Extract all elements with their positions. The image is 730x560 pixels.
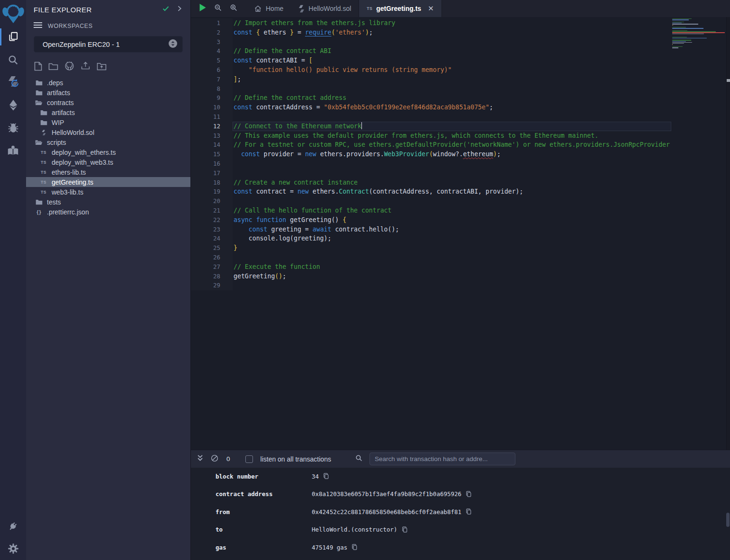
tab-home[interactable]: Home <box>246 0 291 17</box>
code-line[interactable]: 15 const provider = new ethers.providers… <box>191 150 671 159</box>
sidebar-item-settings[interactable] <box>0 537 26 560</box>
code-line[interactable]: 12// Connect to the Ethereum network <box>191 122 671 131</box>
minimap-line <box>672 46 683 47</box>
folder-icon <box>34 80 44 86</box>
minimap-line <box>672 37 687 37</box>
copy-icon[interactable] <box>351 544 358 551</box>
editor-scrollbar[interactable] <box>726 17 730 450</box>
tree-item-artifacts[interactable]: artifacts <box>26 107 190 117</box>
upload-file-icon[interactable] <box>81 61 90 73</box>
sidebar-item-solidity-compiler[interactable] <box>0 71 26 94</box>
tab-getgreeting-ts[interactable]: TS getGreeting.ts ✕ <box>359 0 442 17</box>
close-tab-icon[interactable]: ✕ <box>428 4 434 13</box>
code-line[interactable]: 21// Call the hello function of the cont… <box>191 206 671 215</box>
run-script-button[interactable] <box>198 3 207 14</box>
code-line[interactable]: 27// Execute the function <box>191 262 671 272</box>
code-editor[interactable]: 1// Import ethers from the ethers.js lib… <box>191 17 730 450</box>
listen-transactions-checkbox[interactable] <box>245 455 253 463</box>
tree-item-deploy-with-web3-ts[interactable]: TSdeploy_with_web3.ts <box>26 157 190 167</box>
line-number: 20 <box>191 196 233 206</box>
tree-item-deploy-with-ethers-ts[interactable]: TSdeploy_with_ethers.ts <box>26 147 190 157</box>
code-line[interactable]: 23 const greeting = await contract.hello… <box>191 225 671 234</box>
terminal-search-input[interactable] <box>370 453 515 465</box>
learn-book-icon <box>7 144 19 157</box>
clear-console-icon[interactable] <box>210 454 219 464</box>
tree-item-helloworld-sol[interactable]: HelloWorld.sol <box>26 127 190 137</box>
tree-item-tests[interactable]: tests <box>26 197 190 207</box>
code-line[interactable]: 19const contract = new ethers.Contract(c… <box>191 187 671 196</box>
chevron-right-icon[interactable] <box>176 5 183 14</box>
code-line[interactable]: 7]; <box>191 75 671 84</box>
ts-icon: TS <box>38 180 49 185</box>
code-line[interactable]: 14// For a testnet or custom RPC, use et… <box>191 140 671 150</box>
tx-detail-row: from0x42452c22c88178685850e68beb6cf0f2ae… <box>191 507 730 516</box>
sidebar-item-search[interactable] <box>0 48 26 71</box>
line-number: 9 <box>191 93 233 103</box>
terminal-scrollbar-thumb[interactable] <box>726 513 730 527</box>
code-line[interactable]: 5const contractABI = [ <box>191 56 671 65</box>
line-number: 19 <box>191 187 233 196</box>
new-file-icon[interactable] <box>34 62 42 73</box>
code-line[interactable]: 8 <box>191 84 671 94</box>
zoom-in-icon[interactable] <box>229 3 238 14</box>
hamburger-menu-icon[interactable] <box>34 22 42 30</box>
code-line[interactable]: 6 "function hello() public view returns … <box>191 65 671 75</box>
code-line[interactable]: 25} <box>191 243 671 253</box>
code-line[interactable]: 3 <box>191 37 671 47</box>
tree-item-contracts[interactable]: contracts <box>26 98 190 107</box>
tree-item-wip[interactable]: WIP <box>26 117 190 127</box>
ts-icon: TS <box>38 170 49 175</box>
zoom-out-icon[interactable] <box>214 3 222 14</box>
tab-helloworld-sol[interactable]: HelloWorld.sol <box>291 0 359 17</box>
code-line[interactable]: 13// This example uses the default provi… <box>191 131 671 141</box>
code-line[interactable]: 22async function getGreeting() { <box>191 215 671 225</box>
workspace-select[interactable]: OpenZeppelin ERC20 - 1 <box>34 36 183 53</box>
file-explorer-panel: FILE EXPLORER WORKSPACES OpenZeppelin ER… <box>26 0 191 560</box>
new-folder-icon[interactable] <box>48 62 58 72</box>
code-line[interactable]: 9// Define the contract address <box>191 93 671 103</box>
github-icon[interactable] <box>64 61 74 73</box>
code-line[interactable]: 20 <box>191 196 671 206</box>
bug-icon <box>7 122 19 134</box>
tree-item-web3-lib-ts[interactable]: TSweb3-lib.ts <box>26 187 190 197</box>
ts-icon: TS <box>38 190 49 195</box>
tx-detail-row: toHelloWorld.(constructor) <box>191 525 730 534</box>
main-area: Home HelloWorld.sol TS getGreeting.ts ✕ … <box>191 0 730 560</box>
sidebar-item-debugger[interactable] <box>0 116 26 139</box>
sidebar-item-learneth[interactable] <box>0 139 26 162</box>
file-name: artifacts <box>52 109 75 116</box>
minimap-line <box>672 32 725 33</box>
code-line[interactable]: 18// Create a new contract instance <box>191 178 671 187</box>
tree-item-artifacts[interactable]: artifacts <box>26 88 190 98</box>
import-folder-icon[interactable] <box>97 62 107 72</box>
tree-item-ethers-lib-ts[interactable]: TSethers-lib.ts <box>26 167 190 177</box>
scrollbar-thumb[interactable] <box>727 79 730 82</box>
sidebar-item-deploy-run[interactable] <box>0 94 26 116</box>
minimap[interactable] <box>671 17 726 450</box>
code-line[interactable]: 1// Import ethers from the ethers.js lib… <box>191 18 671 28</box>
minimap-line <box>672 38 707 38</box>
code-line[interactable]: 10const contractAddress = "0xb54febb5c0c… <box>191 103 671 112</box>
sidebar-item-plugin-manager[interactable] <box>0 515 26 537</box>
sidebar-item-file-explorer[interactable] <box>0 26 26 48</box>
copy-icon[interactable] <box>402 526 408 533</box>
code-line[interactable]: 24 console.log(greeting); <box>191 234 671 243</box>
code-line[interactable]: 29 <box>191 281 671 290</box>
code-line[interactable]: 16 <box>191 159 671 169</box>
copy-icon[interactable] <box>323 473 329 480</box>
select-caret-icon <box>168 39 178 50</box>
remix-logo-icon[interactable] <box>1 1 25 26</box>
copy-icon[interactable] <box>466 491 472 498</box>
tree-item--prettierrc-json[interactable]: { }.prettierrc.json <box>26 207 190 217</box>
code-line[interactable]: 28getGreeting(); <box>191 272 671 281</box>
expand-terminal-icon[interactable] <box>197 454 204 464</box>
code-line[interactable]: 17 <box>191 169 671 178</box>
tree-item--deps[interactable]: .deps <box>26 78 190 88</box>
tree-item-getgreeting-ts[interactable]: TSgetGreeting.ts <box>26 177 190 187</box>
code-line[interactable]: 11 <box>191 112 671 122</box>
code-line[interactable]: 4// Define the contract ABI <box>191 46 671 56</box>
tree-item-scripts[interactable]: scripts <box>26 137 190 147</box>
code-line[interactable]: 26 <box>191 253 671 262</box>
copy-icon[interactable] <box>466 508 472 515</box>
code-line[interactable]: 2const { ethers } = require('ethers'); <box>191 28 671 37</box>
